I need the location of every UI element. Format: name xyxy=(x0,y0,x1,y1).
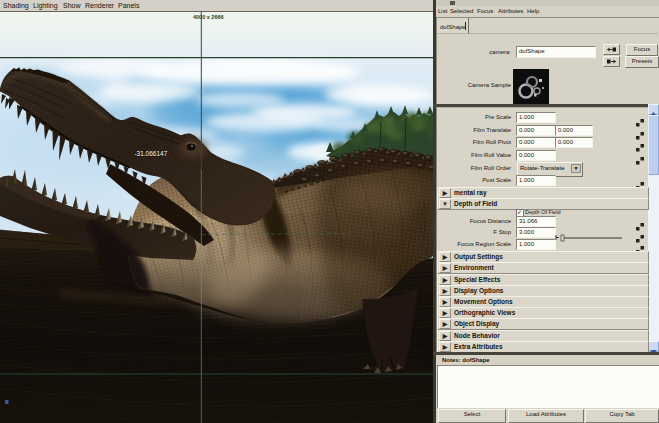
svg-text:-31.066147: -31.066147 xyxy=(134,150,167,157)
svg-text:4000 x 2666: 4000 x 2666 xyxy=(193,14,224,20)
